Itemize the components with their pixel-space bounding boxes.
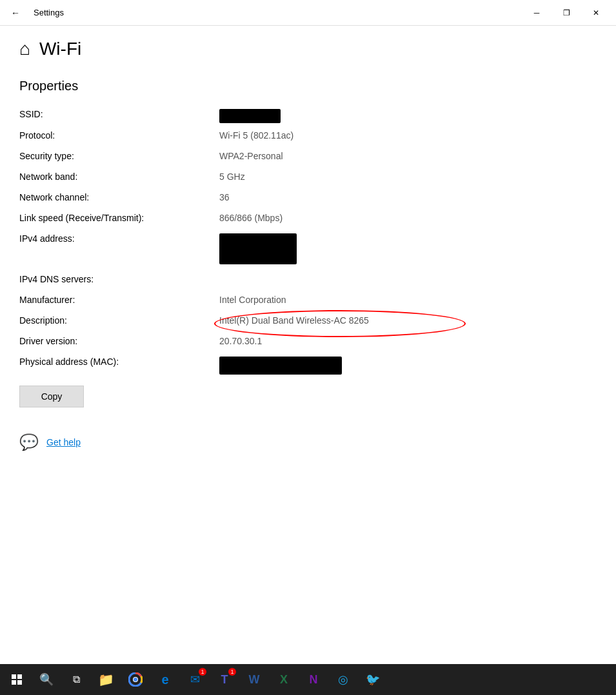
task-view-icon: ⧉ — [73, 674, 80, 685]
prop-value-description: Intel(R) Dual Band Wireless-AC 8265 — [219, 315, 369, 326]
prop-row-link-speed: Link speed (Receive/Transmit): 866/866 (… — [19, 210, 597, 231]
taskbar: 🔍 ⧉ 📁 e ✉ T W X N — [0, 664, 616, 695]
close-button[interactable]: ✕ — [581, 3, 611, 23]
get-help-text: Get help — [46, 437, 81, 447]
teams-icon: T — [221, 673, 228, 687]
prop-value-ipv4 — [219, 233, 297, 266]
prop-value-network-band: 5 GHz — [219, 171, 245, 182]
get-help-icon: 💬 — [19, 433, 39, 451]
prop-label-protocol: Protocol: — [19, 130, 219, 141]
titlebar-title: Settings — [34, 8, 64, 17]
task-view-button[interactable]: ⧉ — [62, 665, 90, 694]
ipv4-redacted — [219, 233, 297, 264]
edge-button[interactable]: e — [151, 665, 179, 694]
word-button[interactable]: W — [240, 665, 268, 694]
prop-row-ipv4: IPv4 address: — [19, 231, 597, 269]
prop-label-driver: Driver version: — [19, 336, 219, 346]
word-icon: W — [249, 673, 260, 687]
titlebar-controls: ─ ❐ ✕ — [522, 3, 611, 23]
prop-row-driver: Driver version: 20.70.30.1 — [19, 333, 597, 354]
excel-icon: X — [280, 673, 288, 687]
start-button[interactable] — [3, 665, 31, 694]
prop-value-mac — [219, 357, 342, 377]
get-help-link[interactable]: 💬 Get help — [19, 433, 597, 451]
description-container: Intel(R) Dual Band Wireless-AC 8265 — [219, 315, 369, 326]
page-title: Wi-Fi — [39, 39, 81, 59]
prop-value-driver: 20.70.30.1 — [219, 336, 262, 346]
prop-row-ssid: SSID: — [19, 106, 597, 128]
search-icon: 🔍 — [39, 672, 54, 687]
prop-row-description: Description: Intel(R) Dual Band Wireless… — [19, 313, 597, 333]
main-content: ⌂ Wi-Fi Properties SSID: Protocol: Wi-Fi… — [0, 26, 616, 464]
back-button[interactable]: ← — [5, 3, 26, 23]
back-icon: ← — [11, 8, 20, 18]
ie-button[interactable]: ◎ — [329, 665, 357, 694]
windows-icon — [12, 674, 22, 685]
outlook-icon: ✉ — [190, 672, 200, 687]
prop-value-network-channel: 36 — [219, 192, 230, 202]
prop-row-network-channel: Network channel: 36 — [19, 190, 597, 210]
description-text: Intel(R) Dual Band Wireless-AC 8265 — [219, 315, 369, 326]
prop-label-link-speed: Link speed (Receive/Transmit): — [19, 213, 219, 223]
prop-row-dns: IPv4 DNS servers: — [19, 271, 597, 292]
teams-button[interactable]: T — [210, 665, 239, 694]
prop-label-mac: Physical address (MAC): — [19, 357, 219, 367]
prop-value-security: WPA2-Personal — [219, 151, 283, 161]
onenote-button[interactable]: N — [299, 665, 328, 694]
edge-icon: e — [161, 672, 168, 687]
prop-row-manufacturer: Manufacturer: Intel Corporation — [19, 292, 597, 313]
prop-value-protocol: Wi-Fi 5 (802.11ac) — [219, 130, 293, 141]
prop-row-security: Security type: WPA2-Personal — [19, 148, 597, 169]
search-button[interactable]: 🔍 — [32, 665, 61, 694]
outlook-button[interactable]: ✉ — [181, 665, 209, 694]
copy-button[interactable]: Copy — [19, 386, 84, 407]
titlebar-left: ← Settings — [5, 3, 64, 23]
minimize-button[interactable]: ─ — [522, 3, 551, 23]
prop-label-network-channel: Network channel: — [19, 192, 219, 202]
prop-label-ipv4: IPv4 address: — [19, 233, 219, 244]
ssid-redacted — [219, 109, 281, 123]
prop-label-manufacturer: Manufacturer: — [19, 295, 219, 305]
twitter-button[interactable]: 🐦 — [359, 665, 387, 694]
file-explorer-button[interactable]: 📁 — [92, 665, 120, 694]
prop-label-security: Security type: — [19, 151, 219, 161]
prop-row-network-band: Network band: 5 GHz — [19, 169, 597, 190]
prop-value-manufacturer: Intel Corporation — [219, 295, 286, 305]
folder-icon: 📁 — [98, 672, 114, 687]
chrome-icon — [128, 672, 143, 687]
restore-button[interactable]: ❐ — [551, 3, 581, 23]
prop-label-ssid: SSID: — [19, 109, 219, 119]
prop-row-protocol: Protocol: Wi-Fi 5 (802.11ac) — [19, 128, 597, 148]
prop-value-link-speed: 866/866 (Mbps) — [219, 213, 283, 223]
prop-label-network-band: Network band: — [19, 171, 219, 182]
prop-label-dns: IPv4 DNS servers: — [19, 274, 219, 284]
svg-point-2 — [134, 678, 137, 681]
wifi-icon: ⌂ — [19, 39, 30, 59]
prop-label-description: Description: — [19, 315, 219, 326]
mac-redacted — [219, 357, 342, 375]
titlebar: ← Settings ─ ❐ ✕ — [0, 0, 616, 26]
ie-icon: ◎ — [338, 672, 348, 687]
twitter-icon: 🐦 — [366, 672, 380, 687]
excel-button[interactable]: X — [270, 665, 298, 694]
page-header: ⌂ Wi-Fi — [19, 39, 597, 59]
onenote-icon: N — [310, 673, 318, 687]
properties-heading: Properties — [19, 79, 597, 93]
prop-value-ssid — [219, 109, 281, 125]
prop-row-mac: Physical address (MAC): — [19, 354, 597, 379]
chrome-button[interactable] — [121, 665, 150, 694]
